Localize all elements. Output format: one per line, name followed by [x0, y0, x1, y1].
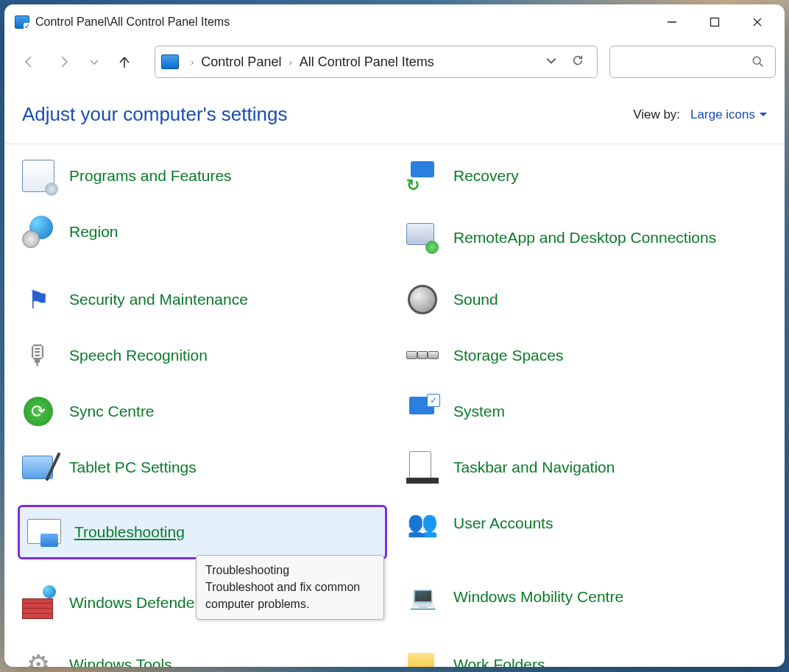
region-icon [22, 216, 54, 248]
item-label: Tablet PC Settings [69, 458, 197, 477]
page-title: Adjust your computer's settings [22, 103, 287, 126]
chevron-icon[interactable]: › [183, 57, 201, 68]
refresh-button[interactable] [565, 54, 591, 70]
maximize-button[interactable] [693, 6, 736, 38]
item-label: Work Folders [453, 655, 545, 667]
svg-line-5 [760, 63, 763, 66]
speaker-icon [406, 283, 439, 316]
item-label: Security and Maintenance [69, 290, 248, 309]
address-bar[interactable]: › Control Panel › All Control Panel Item… [155, 46, 598, 78]
tooltip-title: Troubleshooting [205, 562, 375, 579]
view-by-control: View by: Large icons [633, 107, 767, 122]
firewall-icon [22, 587, 54, 619]
item-sync-centre[interactable]: ⟳ Sync Centre [18, 393, 387, 430]
address-history-button[interactable] [538, 54, 565, 69]
search-input[interactable] [609, 46, 776, 78]
item-sound[interactable]: Sound [402, 281, 771, 318]
item-label: Programs and Features [69, 166, 232, 185]
item-user-accounts[interactable]: 👥 User Accounts [402, 505, 771, 542]
item-label: System [453, 402, 505, 421]
viewby-dropdown[interactable]: Large icons [690, 107, 767, 122]
item-label: Sync Centre [69, 402, 155, 421]
chevron-icon[interactable]: › [281, 57, 299, 68]
microphone-icon: 🎙 [22, 339, 54, 372]
close-button[interactable] [736, 6, 779, 38]
troubleshooting-icon [27, 516, 60, 548]
control-panel-window: Control Panel\All Control Panel Items [4, 4, 785, 667]
breadcrumb-page[interactable]: All Control Panel Items [300, 54, 434, 70]
item-label: Recovery [453, 166, 519, 185]
recovery-icon [406, 160, 439, 192]
item-work-folders[interactable]: Work Folders [402, 646, 771, 667]
item-label: Region [69, 222, 118, 241]
folder-icon [406, 648, 439, 667]
item-label: Sound [453, 290, 498, 309]
item-troubleshooting[interactable]: Troubleshooting [18, 505, 387, 559]
item-label: User Accounts [453, 514, 553, 533]
item-label: Troubleshooting [74, 523, 185, 542]
item-label: Speech Recognition [69, 346, 208, 365]
cp-breadcrumb-icon [161, 54, 179, 69]
search-icon [751, 55, 765, 68]
item-windows-tools[interactable]: ⚙ Windows Tools [18, 646, 387, 667]
content-header: Adjust your computer's settings View by:… [4, 84, 785, 144]
item-programs-and-features[interactable]: Programs and Features [18, 158, 387, 194]
gear-icon: ⚙ [22, 648, 54, 667]
up-button[interactable] [109, 46, 140, 77]
item-label: Storage Spaces [453, 346, 563, 365]
breadcrumb-root[interactable]: Control Panel [201, 54, 281, 70]
item-remoteapp[interactable]: RemoteApp and Desktop Connections [402, 213, 771, 262]
window-title: Control Panel\All Control Panel Items [35, 15, 230, 29]
flag-icon: ⚑ [22, 283, 54, 316]
item-system[interactable]: System [402, 393, 771, 430]
taskbar-icon [406, 451, 439, 484]
tooltip: Troubleshooting Troubleshoot and fix com… [196, 555, 384, 620]
mobility-icon: 💻 [406, 581, 439, 613]
svg-rect-1 [711, 18, 719, 26]
item-label: RemoteApp and Desktop Connections [453, 228, 716, 247]
items-grid[interactable]: Programs and Features Recovery Region Re… [4, 144, 785, 667]
programs-icon [22, 160, 54, 192]
recent-locations-button[interactable] [84, 46, 105, 77]
svg-point-4 [753, 57, 760, 64]
item-label: Windows Tools [69, 655, 172, 667]
item-region[interactable]: Region [18, 213, 387, 250]
nav-row: › Control Panel › All Control Panel Item… [4, 40, 785, 84]
item-security-maintenance[interactable]: ⚑ Security and Maintenance [18, 281, 387, 318]
monitor-check-icon [406, 395, 439, 428]
remoteapp-icon [406, 222, 439, 254]
sync-icon: ⟳ [22, 395, 54, 428]
item-tablet-pc-settings[interactable]: Tablet PC Settings [18, 449, 387, 486]
viewby-label: View by: [633, 107, 680, 122]
item-label: Taskbar and Navigation [453, 458, 615, 477]
titlebar: Control Panel\All Control Panel Items [4, 4, 785, 40]
control-panel-icon [15, 15, 29, 29]
item-recovery[interactable]: Recovery [402, 158, 771, 194]
drives-icon [406, 339, 439, 372]
item-label: Windows Mobility Centre [453, 587, 623, 606]
back-button[interactable] [13, 46, 44, 77]
item-taskbar-navigation[interactable]: Taskbar and Navigation [402, 449, 771, 486]
item-windows-mobility-centre[interactable]: 💻 Windows Mobility Centre [402, 579, 771, 615]
item-storage-spaces[interactable]: Storage Spaces [402, 337, 771, 374]
item-speech-recognition[interactable]: 🎙 Speech Recognition [18, 337, 387, 374]
minimize-button[interactable] [651, 6, 693, 38]
users-icon: 👥 [406, 507, 439, 540]
forward-button[interactable] [49, 46, 79, 77]
tooltip-body: Troubleshoot and fix common computer pro… [205, 579, 375, 612]
tablet-pen-icon [22, 451, 54, 484]
